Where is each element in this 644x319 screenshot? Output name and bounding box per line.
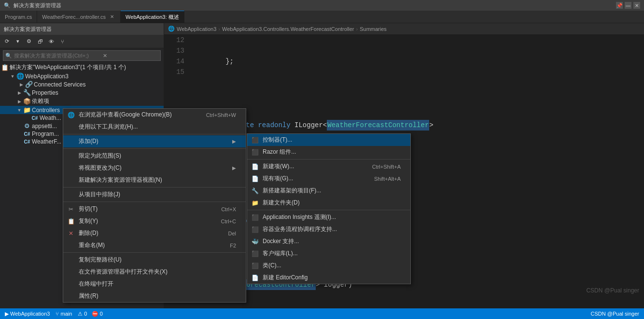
tree-item-dependencies[interactable]: ▶ 📦 依赖项 xyxy=(0,97,164,106)
submenu-new-folder[interactable]: 📁 新建文件夹(D) xyxy=(247,197,410,209)
submenu-controller[interactable]: ⬛ 控制器(T)... xyxy=(247,134,410,146)
menu-sep-2 xyxy=(63,148,246,149)
editorconfig-icon: 📄 xyxy=(251,275,259,281)
existing-item-label: 现有项(G)... xyxy=(263,174,361,183)
se-new-solution-view-button[interactable]: 🗗 xyxy=(35,37,45,46)
submenu-class[interactable]: ⬛ 类(C)... xyxy=(247,260,410,272)
se-header-title: 解决方案资源管理器 xyxy=(4,26,52,33)
search-icon: 🔍 xyxy=(5,53,12,59)
submenu-razor[interactable]: ⬛ Razor 组件... xyxy=(247,146,410,158)
menu-open-terminal[interactable]: 在终端中打开 xyxy=(63,278,246,290)
menu-add[interactable]: 添加(D) ▶ xyxy=(63,135,246,147)
submenu-sep-2 xyxy=(247,210,410,210)
controller-label: 控制器(T)... xyxy=(263,136,401,144)
menu-delete[interactable]: ✕ 删除(D) Del xyxy=(63,227,246,239)
controller-icon: ⬛ xyxy=(251,137,259,144)
menu-open-in-explorer[interactable]: 在文件资源管理器中打开文件夹(X) xyxy=(63,266,246,278)
menu-copy[interactable]: 📋 复制(Y) Ctrl+C xyxy=(63,215,246,227)
submenu-new-item[interactable]: 📄 新建项(W)... Ctrl+Shift+A xyxy=(247,160,410,173)
tree-controllers-label: Controllers xyxy=(32,107,60,114)
se-search-box[interactable]: 🔍 ✕ xyxy=(3,50,161,61)
open-browser-label: 在浏览器中查看(Google Chrome)(B) xyxy=(79,111,193,119)
status-right: CSDN @Pual singer xyxy=(591,311,639,317)
tree-properties-label: Properties xyxy=(32,89,58,96)
submenu-existing-item[interactable]: 📄 现有项(G)... Shift+Alt+A xyxy=(247,173,410,185)
title-bar-left: 🔍 解决方案资源管理器 xyxy=(4,2,61,9)
menu-use-browser[interactable]: 使用以下工具浏览(H)... xyxy=(63,121,246,133)
client-lib-label: 客户端库(L)... xyxy=(263,249,401,258)
tree-solution-label: 解决方案"WebApplication3"(1 个项目/共 1 个) xyxy=(10,63,126,72)
search-clear-icon[interactable]: ✕ xyxy=(103,53,107,59)
menu-rename[interactable]: 重命名(M) F2 xyxy=(63,239,246,251)
menu-sep-3 xyxy=(63,187,246,188)
close-button[interactable]: ✕ xyxy=(633,2,640,9)
new-folder-icon: 📁 xyxy=(251,200,259,206)
tree-item-connected-services[interactable]: ▶ 🔗 Connected Services xyxy=(0,80,164,88)
tab-overview-label: WebApplication3: 概述 xyxy=(126,14,179,21)
code-line-13 xyxy=(193,88,634,99)
remove-label: 从项目中排除(J) xyxy=(79,190,236,199)
status-errors: ⚠ 0 ⛔ 0 xyxy=(78,311,103,317)
add-label: 添加(D) xyxy=(79,137,224,145)
editor-breadcrumb: 🌐 WebApplication3 › WebApplication3.Cont… xyxy=(164,23,644,35)
tree-weather-ctrl-label: Weath... xyxy=(40,115,61,121)
copy-icon: 📋 xyxy=(67,218,75,225)
menu-copy-full-path[interactable]: 复制完整路径(U) xyxy=(63,254,246,266)
tab-overview[interactable]: WebApplication3: 概述 xyxy=(121,11,184,23)
status-run[interactable]: ▶ WebApplication3 xyxy=(5,311,50,317)
submenu-docker[interactable]: 🐳 Docker 支持... xyxy=(247,235,410,247)
solution-explorer: 解决方案资源管理器 ⟳ ▾ ⚙ 🗗 👁 ⑂ 🔍 ✕ 📋 解决方案"WebAppl… xyxy=(0,23,164,308)
container-label: 容器业务流程协调程序支持... xyxy=(263,225,401,233)
properties-icon: 🔧 xyxy=(23,89,31,96)
submenu-scaffold[interactable]: 🔧 新搭建基架的项目(F)... xyxy=(247,185,410,197)
menu-sep-4 xyxy=(63,202,246,202)
submenu-editorconfig[interactable]: 📄 新建 EditorConfig xyxy=(247,272,410,284)
tab-weatherforecast[interactable]: WeatherForec...ontroller.cs ✕ xyxy=(37,11,121,23)
submenu-container[interactable]: ⬛ 容器业务流程协调程序支持... xyxy=(247,223,410,235)
tab-program[interactable]: Program.cs xyxy=(0,11,37,23)
se-settings-button[interactable]: ⚙ xyxy=(24,37,34,46)
tab-weatherforecast-close[interactable]: ✕ xyxy=(109,14,115,19)
menu-properties[interactable]: 属性(R) xyxy=(63,290,246,302)
menu-open-in-browser[interactable]: 🌐 在浏览器中查看(Google Chrome)(B) Ctrl+Shift+W xyxy=(63,109,246,121)
se-preview-button[interactable]: 👁 xyxy=(46,37,56,46)
menu-cut[interactable]: ✂ 剪切(T) Ctrl+X xyxy=(63,203,246,215)
status-watermark: CSDN @Pual singer xyxy=(591,311,639,317)
menu-remove-from-project[interactable]: 从项目中排除(J) xyxy=(63,188,246,201)
controllers-icon: 📁 xyxy=(23,106,31,114)
properties-arrow: ▶ xyxy=(15,90,23,95)
terminal-label: 在终端中打开 xyxy=(79,280,236,288)
title-bar-icon: 🔍 xyxy=(4,2,11,9)
status-branch[interactable]: ⑂ main xyxy=(56,311,72,317)
se-sync-button[interactable]: ⟳ xyxy=(2,37,12,46)
se-search-input[interactable] xyxy=(14,53,101,58)
submenu-app-insights[interactable]: ⬛ Application Insights 遥测(I)... xyxy=(247,211,410,223)
se-collapse-button[interactable]: ▾ xyxy=(13,37,23,46)
context-menu-overlay: 🌐 在浏览器中查看(Google Chrome)(B) Ctrl+Shift+W… xyxy=(63,108,246,303)
submenu-client-lib[interactable]: ⬛ 客户端库(L)... xyxy=(247,247,410,260)
tab-bar: Program.cs WeatherForec...ontroller.cs ✕… xyxy=(0,11,644,23)
menu-new-solution-view[interactable]: 新建解决方案资源管理器视图(N) xyxy=(63,174,246,186)
status-bar: ▶ WebApplication3 ⑂ main ⚠ 0 ⛔ 0 CSDN @P… xyxy=(0,308,644,319)
new-solution-view-label: 新建解决方案资源管理器视图(N) xyxy=(79,176,236,184)
tree-item-project[interactable]: ▼ 🌐 WebApplication3 xyxy=(0,72,164,80)
menu-change-view[interactable]: 将视图更改为(C) ▶ xyxy=(63,162,246,174)
breadcrumb-member: Summaries xyxy=(360,26,387,32)
menu-scope[interactable]: 限定为此范围(S) xyxy=(63,150,246,162)
rename-label: 重命名(M) xyxy=(79,241,216,249)
weatherforecast-icon: C# xyxy=(23,139,31,145)
project-icon: 🌐 xyxy=(16,72,24,80)
pin-button[interactable]: 📌 xyxy=(616,2,623,9)
tree-item-properties[interactable]: ▶ 🔧 Properties xyxy=(0,88,164,97)
use-browser-label: 使用以下工具浏览(H)... xyxy=(79,123,236,131)
dependencies-icon: 📦 xyxy=(23,98,31,105)
docker-label: Docker 支持... xyxy=(263,237,401,246)
editorconfig-label: 新建 EditorConfig xyxy=(263,274,401,282)
minimize-button[interactable]: — xyxy=(625,2,631,9)
class-label: 类(C)... xyxy=(263,261,401,270)
submenu-sep-1 xyxy=(247,159,410,160)
copy-path-label: 复制完整路径(U) xyxy=(79,256,236,264)
tree-item-solution[interactable]: 📋 解决方案"WebApplication3"(1 个项目/共 1 个) xyxy=(0,63,164,72)
controllers-arrow: ▼ xyxy=(15,108,23,113)
se-git-button[interactable]: ⑂ xyxy=(57,37,67,46)
